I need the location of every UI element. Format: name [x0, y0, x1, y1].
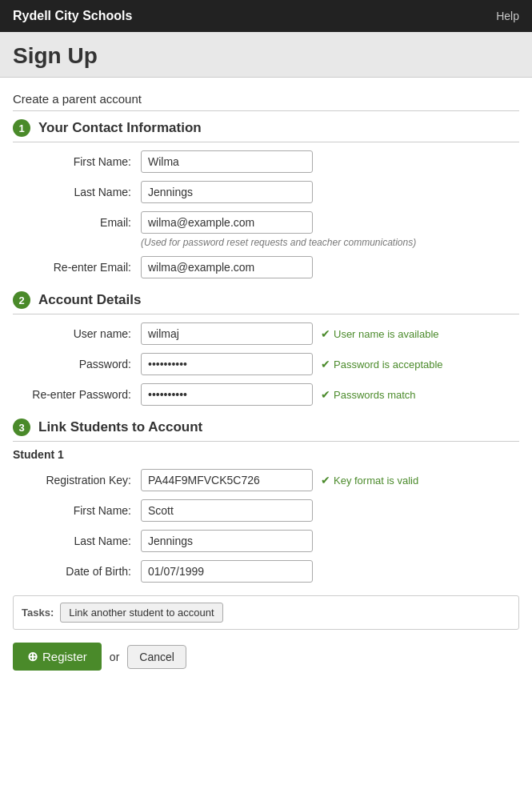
username-row: User name: ✔ User name is available	[13, 322, 519, 345]
main-content: Create a parent account 1 Your Contact I…	[0, 78, 532, 687]
username-label: User name:	[13, 327, 141, 340]
student-first-name-row: First Name:	[13, 499, 519, 522]
re-email-input[interactable]	[141, 256, 313, 278]
first-name-row: First Name:	[13, 150, 519, 173]
re-email-row: Re-enter Email:	[13, 256, 519, 278]
password-check-icon: ✔	[321, 358, 330, 370]
re-password-status: ✔ Passwords match	[321, 388, 416, 401]
section-students: 3 Link Students to Account Student 1 Reg…	[13, 419, 519, 583]
page-subtitle: Create a parent account	[13, 86, 519, 111]
section-account: 2 Account Details User name: ✔ User name…	[13, 291, 519, 406]
section-3-badge: 3	[13, 419, 30, 436]
dob-label: Date of Birth:	[13, 565, 141, 578]
page-header: Sign Up	[0, 32, 532, 78]
password-row: Password: ✔ Password is acceptable	[13, 353, 519, 375]
last-name-input[interactable]	[141, 181, 313, 203]
email-input[interactable]	[141, 211, 313, 234]
dob-input[interactable]	[141, 560, 313, 583]
email-hint: (Used for password reset requests and te…	[141, 237, 519, 248]
username-status-text: User name is available	[334, 328, 439, 340]
cancel-button[interactable]: Cancel	[127, 645, 186, 669]
dob-row: Date of Birth:	[13, 560, 519, 583]
reg-key-status-text: Key format is valid	[334, 475, 418, 487]
section-contact-header: 1 Your Contact Information	[13, 119, 519, 142]
reg-key-status: ✔ Key format is valid	[321, 474, 418, 487]
section-account-header: 2 Account Details	[13, 291, 519, 314]
section-students-header: 3 Link Students to Account	[13, 419, 519, 442]
student-1-label: Student 1	[13, 448, 519, 461]
first-name-input[interactable]	[141, 150, 313, 173]
action-row: ⊕ Register or Cancel	[13, 643, 519, 671]
email-row: Email:	[13, 211, 519, 234]
app-title: Rydell City Schools	[13, 9, 132, 23]
password-input[interactable]	[141, 353, 313, 375]
section-3-title: Link Students to Account	[38, 419, 202, 435]
password-label: Password:	[13, 358, 141, 370]
register-plus-icon: ⊕	[27, 649, 38, 664]
reg-key-check-icon: ✔	[321, 474, 330, 487]
reg-key-input[interactable]	[141, 469, 313, 491]
link-student-button[interactable]: Link another student to account	[60, 603, 222, 623]
student-last-name-label: Last Name:	[13, 535, 141, 547]
password-status: ✔ Password is acceptable	[321, 358, 443, 370]
tasks-label: Tasks:	[22, 607, 54, 619]
topbar: Rydell City Schools Help	[0, 0, 532, 32]
email-label: Email:	[13, 216, 141, 229]
student-first-name-label: First Name:	[13, 504, 141, 517]
username-status: ✔ User name is available	[321, 327, 439, 340]
username-check-icon: ✔	[321, 327, 330, 340]
section-1-badge: 1	[13, 119, 30, 137]
last-name-row: Last Name:	[13, 181, 519, 203]
section-contact: 1 Your Contact Information First Name: L…	[13, 119, 519, 278]
register-button[interactable]: ⊕ Register	[13, 643, 102, 671]
student-first-name-input[interactable]	[141, 499, 313, 522]
help-link[interactable]: Help	[496, 10, 519, 22]
password-status-text: Password is acceptable	[334, 358, 443, 370]
reg-key-row: Registration Key: ✔ Key format is valid	[13, 469, 519, 491]
re-password-input[interactable]	[141, 383, 313, 406]
page-title: Sign Up	[13, 43, 519, 69]
re-email-label: Re-enter Email:	[13, 261, 141, 274]
re-password-label: Re-enter Password:	[13, 388, 141, 401]
re-password-row: Re-enter Password: ✔ Passwords match	[13, 383, 519, 406]
re-password-check-icon: ✔	[321, 388, 330, 401]
reg-key-label: Registration Key:	[13, 474, 141, 487]
register-btn-label: Register	[42, 650, 87, 663]
re-password-status-text: Passwords match	[334, 389, 416, 401]
tasks-row: Tasks: Link another student to account	[13, 595, 519, 630]
username-input[interactable]	[141, 322, 313, 345]
or-text: or	[110, 651, 119, 663]
first-name-label: First Name:	[13, 155, 141, 168]
section-2-title: Account Details	[38, 292, 141, 308]
last-name-label: Last Name:	[13, 186, 141, 198]
student-last-name-input[interactable]	[141, 530, 313, 552]
section-1-title: Your Contact Information	[38, 120, 202, 136]
student-last-name-row: Last Name:	[13, 530, 519, 552]
section-2-badge: 2	[13, 291, 30, 309]
